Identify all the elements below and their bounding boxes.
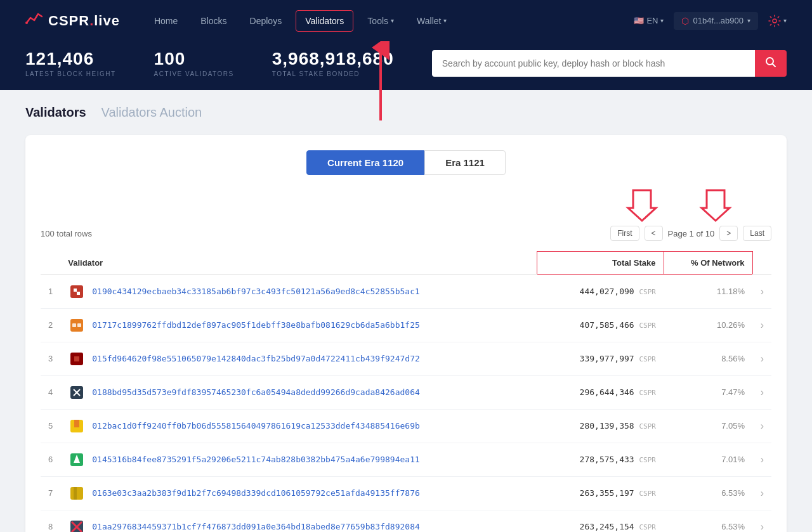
- table-meta: 100 total rows First < Page 1 of 10 > La…: [41, 226, 771, 241]
- validator-hash[interactable]: 0163e03c3aa2b383f9d1b2f7c69498d339dcd106…: [92, 488, 420, 498]
- row-rank: 1: [41, 275, 60, 309]
- nav-blocks[interactable]: Blocks: [192, 11, 235, 31]
- settings-icon: [768, 15, 781, 27]
- validator-hash[interactable]: 012bac1d0ff9240ff0b7b06d5558156404978616…: [92, 421, 420, 431]
- row-chevron[interactable]: ›: [752, 443, 771, 476]
- svg-marker-7: [628, 190, 656, 221]
- nav-wallet[interactable]: Wallet ▾: [408, 11, 455, 31]
- pagination-last[interactable]: Last: [743, 226, 771, 241]
- row-chevron[interactable]: ›: [752, 308, 771, 342]
- table-row: 4 0188bd95d35d573e9fdf83957465230fc6a054…: [41, 375, 771, 409]
- search-container: [432, 50, 787, 77]
- svg-rect-26: [77, 487, 80, 500]
- svg-rect-11: [77, 292, 80, 295]
- row-stake: 407,585,466 CSPR: [537, 308, 664, 342]
- language-selector[interactable]: 🇺🇸 EN ▾: [634, 16, 664, 25]
- row-validator: 0145316b84fee8735291f5a29206e5211c74ab82…: [60, 443, 537, 476]
- header-right: 🇺🇸 EN ▾ ⬡ 01b4f...ab900 ▾ ▾: [634, 12, 787, 30]
- col-validator: Validator: [60, 252, 537, 275]
- chevron-down-icon: ▾: [747, 17, 750, 24]
- col-action: [752, 252, 771, 275]
- svg-point-0: [25, 22, 28, 24]
- search-icon: [765, 56, 776, 68]
- nav-validators[interactable]: Validators: [296, 10, 353, 32]
- nav-tools[interactable]: Tools ▾: [358, 11, 403, 31]
- validators-table: Validator Total Stake % Of Network 1 019…: [41, 251, 771, 532]
- stat-active-validators: 100 ACTIVE VALIDATORS: [154, 49, 234, 77]
- main-content: Validators Validators Auction Current Er…: [0, 90, 812, 532]
- stats-bar: 121,406 LATEST BLOCK HEIGHT 100 ACTIVE V…: [0, 41, 812, 90]
- row-chevron[interactable]: ›: [752, 476, 771, 510]
- search-button[interactable]: [755, 50, 787, 77]
- nav-deploys[interactable]: Deploys: [241, 11, 291, 31]
- tab-validators[interactable]: Validators: [25, 105, 86, 122]
- validator-hash[interactable]: 01aa2976834459371b1cf7f476873dd091a0e364…: [92, 522, 420, 531]
- row-pct: 6.53%: [664, 510, 752, 532]
- pagination-next[interactable]: >: [719, 226, 738, 241]
- row-stake: 263,245,154 CSPR: [537, 510, 664, 532]
- row-pct: 6.53%: [664, 476, 752, 510]
- row-validator: 015fd964620f98e551065079e142840dac3fb25b…: [60, 342, 537, 375]
- row-stake: 444,027,090 CSPR: [537, 275, 664, 309]
- row-validator: 0188bd95d35d573e9fdf83957465230fc6a05494…: [60, 375, 537, 409]
- settings-button[interactable]: ▾: [768, 15, 787, 27]
- validator-hash[interactable]: 0145316b84fee8735291f5a29206e5211c74ab82…: [92, 455, 420, 464]
- account-button[interactable]: ⬡ 01b4f...ab900 ▾: [674, 12, 758, 30]
- table-row: 6 0145316b84fee8735291f5a29206e5211c74ab…: [41, 443, 771, 476]
- validator-hash[interactable]: 0188bd95d35d573e9fdf83957465230fc6a05494…: [92, 387, 420, 397]
- search-input[interactable]: [432, 50, 755, 77]
- validator-hash[interactable]: 0190c434129ecbaeb34c33185ab6bf97c3c493fc…: [92, 287, 420, 296]
- validator-icon: [68, 451, 86, 469]
- era-tab-next[interactable]: Era 1121: [424, 150, 506, 175]
- row-validator: 0163e03c3aa2b383f9d1b2f7c69498d339dcd106…: [60, 476, 537, 510]
- validator-hash[interactable]: 015fd964620f98e551065079e142840dac3fb25b…: [92, 354, 420, 363]
- table-row: 8 01aa2976834459371b1cf7f476873dd091a0e3…: [41, 510, 771, 532]
- row-chevron[interactable]: ›: [752, 342, 771, 375]
- row-chevron[interactable]: ›: [752, 510, 771, 532]
- row-chevron[interactable]: ›: [752, 409, 771, 443]
- tab-validators-auction[interactable]: Validators Auction: [102, 105, 202, 122]
- table-row: 2 01717c1899762ffdbd12def897ac905f1debff…: [41, 308, 771, 342]
- row-stake: 278,575,433 CSPR: [537, 443, 664, 476]
- header: CSPR.live Home Blocks Deploys Validators…: [0, 0, 812, 41]
- svg-marker-8: [702, 190, 730, 221]
- validator-icon: [68, 417, 86, 435]
- logo-text: CSPR.live: [48, 13, 120, 29]
- validator-icon: [68, 316, 86, 334]
- row-validator: 012bac1d0ff9240ff0b7b06d5558156404978616…: [60, 409, 537, 443]
- annotation-arrow-pct-network: [698, 188, 733, 226]
- row-rank: 4: [41, 375, 60, 409]
- svg-rect-16: [74, 356, 79, 361]
- logo-icon: [25, 10, 43, 31]
- stat-block-height: 121,406 LATEST BLOCK HEIGHT: [25, 49, 116, 77]
- validators-table-card: Current Era 1120 Era 1121: [25, 135, 787, 532]
- account-icon: ⬡: [681, 16, 689, 26]
- pagination-prev[interactable]: <: [645, 226, 663, 241]
- pagination-info: Page 1 of 10: [668, 229, 715, 238]
- flag-icon: 🇺🇸: [634, 16, 644, 25]
- total-rows-label: 100 total rows: [41, 229, 92, 238]
- table-row: 3 015fd964620f98e551065079e142840dac3fb2…: [41, 342, 771, 375]
- col-total-stake[interactable]: Total Stake: [537, 252, 664, 275]
- row-chevron[interactable]: ›: [752, 375, 771, 409]
- main-nav: Home Blocks Deploys Validators Tools ▾ W…: [145, 10, 634, 32]
- pagination: First < Page 1 of 10 > Last: [610, 226, 771, 241]
- nav-home[interactable]: Home: [145, 11, 187, 31]
- row-pct: 7.47%: [664, 375, 752, 409]
- row-chevron[interactable]: ›: [752, 275, 771, 309]
- logo[interactable]: CSPR.live: [25, 10, 120, 31]
- table-row: 5 012bac1d0ff9240ff0b7b06d55581564049786…: [41, 409, 771, 443]
- validator-hash[interactable]: 01717c1899762ffdbd12def897ac905f1debff38…: [92, 320, 420, 330]
- row-stake: 296,644,346 CSPR: [537, 375, 664, 409]
- era-tabs: Current Era 1120 Era 1121: [41, 150, 771, 175]
- row-rank: 8: [41, 510, 60, 532]
- row-pct: 10.26%: [664, 308, 752, 342]
- row-pct: 7.05%: [664, 409, 752, 443]
- pagination-first[interactable]: First: [610, 226, 639, 241]
- era-tab-current[interactable]: Current Era 1120: [306, 150, 424, 175]
- page-tabs: Validators Validators Auction: [25, 105, 787, 122]
- row-rank: 6: [41, 443, 60, 476]
- chevron-down-icon: ▾: [660, 17, 664, 24]
- col-pct-network[interactable]: % Of Network: [664, 252, 752, 275]
- table-row: 1 0190c434129ecbaeb34c33185ab6bf97c3c493…: [41, 275, 771, 309]
